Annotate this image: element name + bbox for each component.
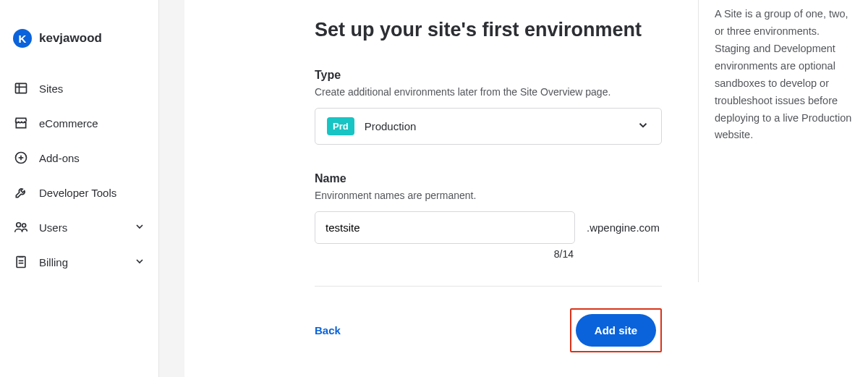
page-title: Set up your site's first environment: [315, 19, 662, 41]
svg-point-7: [22, 224, 26, 227]
type-selected-value: Production: [365, 120, 637, 132]
sidebar-item-users[interactable]: Users: [0, 210, 158, 245]
environment-type-select[interactable]: Prd Production: [315, 108, 662, 145]
sidebar-item-label: Users: [39, 221, 134, 234]
chevron-down-icon: [134, 255, 145, 269]
sidebar-item-label: eCommerce: [39, 117, 145, 130]
chevron-down-icon: [637, 119, 650, 135]
back-link[interactable]: Back: [315, 324, 341, 336]
gutter: [159, 0, 184, 377]
ecommerce-icon: [13, 115, 29, 131]
brand-icon: K: [13, 29, 32, 48]
svg-point-6: [17, 223, 21, 227]
char-count: 8/14: [315, 248, 575, 260]
sites-icon: [13, 80, 29, 96]
environment-name-input[interactable]: [315, 211, 575, 244]
footer-actions: Back Add site: [315, 286, 662, 352]
sidebar-item-label: Billing: [39, 256, 134, 268]
add-site-highlight: Add site: [570, 308, 662, 352]
svg-rect-8: [17, 257, 25, 268]
sidebar-item-label: Developer Tools: [39, 187, 145, 199]
sidebar: K kevjawood Sites eCommerce Add-ons Deve…: [0, 0, 159, 377]
devtools-icon: [13, 185, 29, 200]
sidebar-item-devtools[interactable]: Developer Tools: [0, 175, 158, 210]
sidebar-item-label: Add-ons: [39, 152, 145, 164]
name-row: .wpengine.com: [315, 211, 662, 244]
sidebar-item-sites[interactable]: Sites: [0, 71, 158, 106]
type-desc: Create additional environments later fro…: [315, 86, 662, 98]
sidebar-item-label: Sites: [39, 82, 145, 95]
info-panel: A Site is a group of one, two, or three …: [698, 0, 868, 282]
prd-badge: Prd: [327, 117, 354, 135]
main-content: Set up your site's first environment Typ…: [184, 0, 868, 377]
sidebar-item-addons[interactable]: Add-ons: [0, 140, 158, 175]
name-label: Name: [315, 172, 662, 185]
brand-name: kevjawood: [39, 31, 102, 46]
add-site-button[interactable]: Add site: [576, 314, 656, 347]
addons-icon: [13, 150, 29, 166]
domain-suffix: .wpengine.com: [587, 221, 660, 234]
name-desc: Environment names are permanent.: [315, 190, 662, 201]
svg-rect-0: [16, 83, 27, 93]
sidebar-item-billing[interactable]: Billing: [0, 245, 158, 279]
sidebar-item-ecommerce[interactable]: eCommerce: [0, 106, 158, 140]
form-column: Set up your site's first environment Typ…: [184, 0, 698, 377]
chevron-down-icon: [134, 221, 145, 234]
users-icon: [13, 219, 29, 235]
info-desc: A Site is a group of one, two, or three …: [715, 6, 856, 144]
type-label: Type: [315, 69, 662, 82]
brand[interactable]: K kevjawood: [0, 29, 158, 71]
billing-icon: [13, 254, 29, 270]
